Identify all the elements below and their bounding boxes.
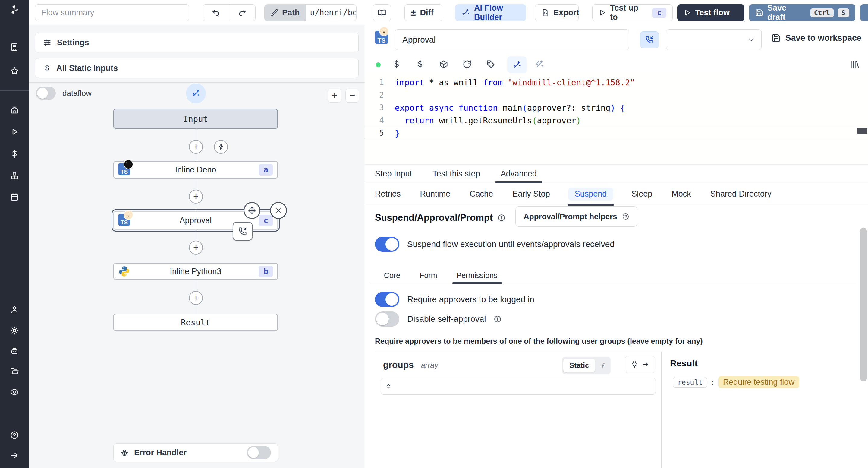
flow-node-python[interactable]: Inline Python3 b [113,263,278,280]
disable-self-approval-toggle[interactable] [375,312,399,327]
tab-test-this-step[interactable]: Test this step [431,165,481,183]
add-trigger-button[interactable] [214,140,228,154]
audit-eye-icon[interactable] [7,385,22,399]
ai-flow-builder-button[interactable]: AI Flow Builder [455,4,526,21]
schedules-calendar-icon[interactable] [7,190,22,204]
test-up-to-button[interactable]: Test up to c [592,4,673,21]
home-icon[interactable] [7,103,22,117]
insert-step-button-2[interactable]: + [189,190,203,204]
code-line[interactable]: 4 return wmill.getResumeUrls(approver) [365,114,868,127]
diff-button[interactable]: ± Diff [404,4,442,21]
code-line[interactable]: 3export async function main(approver?: s… [365,101,868,114]
editor-ai-wand-button[interactable] [507,56,527,73]
flow-node-input[interactable]: Input [113,109,278,129]
fx-mode-button[interactable]: ƒ [596,360,610,372]
zoom-in-button[interactable]: + [328,89,341,103]
static-mode-button[interactable]: Static [563,359,595,372]
editor-vars-button[interactable] [415,60,425,70]
flow-node-result[interactable]: Result [113,314,278,331]
tab-cache[interactable]: Cache [468,183,494,205]
suspend-flow-toggle[interactable] [375,237,399,252]
tab-suspend[interactable]: Suspend [568,187,614,201]
docs-button[interactable] [373,4,391,21]
windmill-flow-editor: Path u/henri/bes ± Diff AI Flow Builder … [0,0,868,468]
wand-sparkles-icon [191,89,200,98]
undo-button[interactable] [203,4,229,21]
tab-permissions[interactable]: Permissions [456,267,499,284]
plug-icon[interactable] [631,361,638,368]
move-node-handle[interactable] [244,202,260,219]
favorites-star-icon[interactable] [7,64,22,78]
approval-prompt-helpers-button[interactable]: Approval/Prompt helpers [516,206,638,227]
arrow-right-icon[interactable] [642,361,650,368]
editor-library-button[interactable] [850,59,860,70]
tab-early-stop[interactable]: Early Stop [511,183,551,205]
suspend-title: Suspend/Approval/Prompt [375,212,493,223]
bug-icon [120,448,129,457]
folders-icon[interactable] [7,364,22,378]
tab-retries[interactable]: Retries [374,183,402,205]
save-to-workspace-button[interactable]: Save to workspace [772,33,861,43]
help-icon[interactable] [7,428,22,442]
editor-package-button[interactable] [439,60,448,70]
error-handler-toggle[interactable] [247,446,271,459]
tab-core[interactable]: Core [383,267,401,284]
tab-sleep[interactable]: Sleep [630,183,653,205]
info-icon[interactable] [498,214,505,222]
windmill-logo-icon[interactable] [7,3,22,17]
redo-button[interactable] [229,4,255,21]
users-icon[interactable] [7,303,22,317]
suspend-phone-indicator[interactable] [233,222,253,241]
tab-advanced[interactable]: Advanced [499,165,538,183]
variables-dollar-icon[interactable] [7,147,22,161]
save-draft-button[interactable]: Save draft Ctrl S [749,4,855,21]
collapse-arrow-icon[interactable] [7,448,22,462]
delete-node-button[interactable] [270,202,287,219]
code-line[interactable]: 5} [365,127,868,139]
code-line[interactable]: 2 [365,89,868,101]
lightning-icon [217,143,224,150]
export-button[interactable]: Export [535,4,579,21]
suspend-panel: Suspend/Approval/Prompt Approval/Prompt … [365,205,856,468]
workers-bot-icon[interactable] [7,344,22,358]
insert-step-button-1[interactable]: + [189,140,203,154]
path-control[interactable]: Path u/henri/bes [264,4,356,21]
info-icon[interactable] [494,315,501,323]
editor-ai-sparkles-button[interactable] [535,60,544,70]
panel-scrollbar-thumb[interactable] [860,228,867,381]
tab-mock[interactable]: Mock [670,183,692,205]
flow-settings-button[interactable]: Settings [35,33,359,53]
all-static-inputs-button[interactable]: All Static Inputs [35,58,359,78]
tab-runtime[interactable]: Runtime [419,183,452,205]
tab-shared-directory[interactable]: Shared Directory [709,183,773,205]
editor-tag-button[interactable] [486,60,495,70]
groups-value-input[interactable] [381,378,656,395]
zoom-out-button[interactable]: − [345,89,359,103]
step-name-input[interactable] [395,29,629,50]
flow-summary-input[interactable] [35,4,189,21]
result-key-chip[interactable]: result [673,377,707,388]
require-login-toggle[interactable] [375,292,399,307]
flow-node-deno[interactable]: TS Inline Deno a [113,161,278,178]
dataflow-toggle[interactable] [36,87,56,100]
error-handler-row[interactable]: Error Handler [113,443,278,462]
insert-step-button-4[interactable]: + [189,291,203,305]
editor-assets-button[interactable] [392,60,401,70]
script-version-select[interactable] [666,29,762,50]
code-editor[interactable]: 1import * as wmill from "windmill-client… [365,74,868,164]
test-flow-button[interactable]: Test flow [677,4,744,21]
editor-scrollbar-thumb[interactable] [857,128,867,135]
toolbar-overflow-button[interactable] [860,4,868,21]
kbd-ctrl: Ctrl [810,8,834,17]
workspace-building-icon[interactable] [7,40,22,54]
settings-gear-icon[interactable] [7,324,22,338]
tab-step-input[interactable]: Step Input [374,165,413,183]
insert-step-button-3[interactable]: + [189,241,203,255]
resources-boxes-icon[interactable] [7,169,22,182]
runs-play-icon[interactable] [7,125,22,139]
suspend-phone-button[interactable] [640,31,659,48]
editor-reload-button[interactable] [463,60,472,70]
tab-form[interactable]: Form [418,267,438,284]
code-line[interactable]: 1import * as wmill from "windmill-client… [365,76,868,89]
flow-ai-wand-button[interactable] [186,84,206,104]
